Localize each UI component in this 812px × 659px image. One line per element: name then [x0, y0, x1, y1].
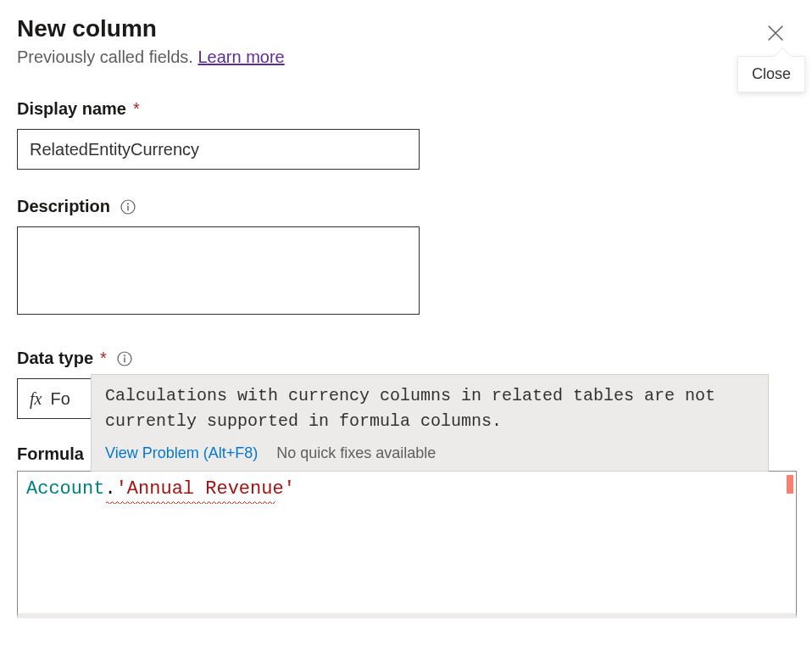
data-type-value: Fo [50, 389, 74, 409]
code-identifier: Account [26, 478, 104, 500]
description-label-text: Description [17, 197, 110, 216]
code-string: 'Annual Revenue' [116, 478, 295, 500]
formula-editor[interactable]: Calculations with currency columns in re… [17, 471, 797, 618]
required-indicator: * [133, 99, 140, 119]
minimap-error-marker [787, 475, 793, 494]
formula-label-text: Formula [17, 444, 84, 463]
formula-code[interactable]: Account.'Annual Revenue' [26, 478, 295, 500]
description-input[interactable] [17, 226, 420, 315]
view-problem-link[interactable]: View Problem (Alt+F8) [105, 444, 258, 462]
svg-rect-2 [127, 205, 128, 210]
svg-rect-5 [124, 357, 125, 362]
error-tooltip: Calculations with currency columns in re… [91, 374, 769, 472]
close-tooltip: Close [737, 56, 805, 92]
learn-more-link[interactable]: Learn more [197, 47, 284, 66]
display-name-input[interactable] [17, 129, 420, 170]
svg-point-1 [127, 203, 129, 204]
display-name-label: Display name * [17, 99, 795, 119]
display-name-label-text: Display name [17, 99, 126, 119]
info-icon[interactable] [117, 351, 132, 366]
close-button[interactable] [761, 19, 790, 47]
no-quick-fixes-text: No quick fixes available [276, 444, 436, 462]
panel-subtitle: Previously called fields. Learn more [17, 47, 761, 67]
close-icon [766, 24, 785, 42]
data-type-label: Data type * [17, 349, 795, 368]
description-label: Description [17, 197, 795, 216]
error-message: Calculations with currency columns in re… [92, 375, 768, 441]
panel-title: New column [17, 15, 761, 42]
info-icon[interactable] [120, 199, 136, 215]
subtitle-text: Previously called fields. [17, 47, 197, 66]
data-type-label-text: Data type [17, 349, 93, 368]
error-squiggle [106, 500, 275, 505]
svg-point-4 [124, 355, 125, 356]
code-dot: . [104, 478, 115, 500]
fx-icon: fx [30, 389, 42, 409]
required-indicator: * [100, 349, 107, 368]
